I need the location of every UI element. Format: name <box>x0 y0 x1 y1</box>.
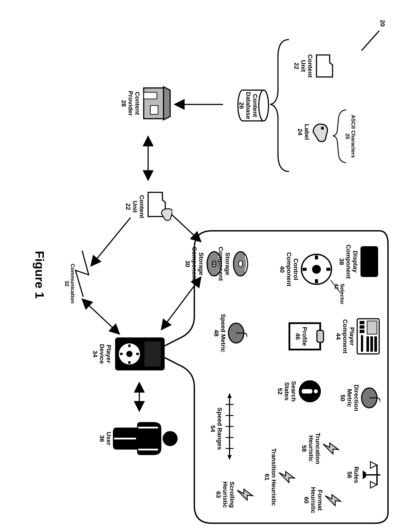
text: Truncation Heuristic <box>308 433 321 464</box>
svg-rect-21 <box>120 353 123 355</box>
ref-num: 40 <box>279 266 286 272</box>
text: Scrolling Heuristic <box>222 481 235 508</box>
figure-caption: Figure 1 <box>33 231 47 319</box>
ref-num: 63 <box>215 491 222 498</box>
user: User36 <box>98 413 179 464</box>
svg-rect-34 <box>315 279 318 283</box>
content-database: Content Database26 <box>238 79 269 132</box>
svg-rect-26 <box>138 427 158 428</box>
text: Format Heuristic <box>310 487 324 513</box>
player-device: Player Device34 <box>92 330 166 378</box>
svg-rect-32 <box>303 268 307 271</box>
text: Rules <box>353 467 360 483</box>
ref-num: 26 <box>238 102 245 109</box>
disc-icon <box>232 251 249 277</box>
svg-rect-22 <box>128 344 131 347</box>
svg-point-24 <box>163 431 178 446</box>
speed-ranges: Speed Ranges 54 <box>209 400 223 457</box>
text: Control Component <box>286 252 299 286</box>
ref-num: 34 <box>92 350 98 357</box>
svg-rect-33 <box>315 255 318 260</box>
text: Direction Metric <box>346 385 360 411</box>
lightning-icon <box>322 439 340 458</box>
svg-point-30 <box>312 265 321 274</box>
profile: Profile46 <box>294 314 324 358</box>
folder-icon <box>314 53 335 79</box>
transition-heuristic: Transition Heuristic61 <box>263 437 295 517</box>
ref-num: 32 <box>64 281 70 287</box>
ref-num: 54 <box>209 425 216 432</box>
text: Storage Component <box>217 247 231 281</box>
text: Content Provider <box>127 91 141 116</box>
ref-num: 50 <box>339 394 346 401</box>
ref-num: 52 <box>277 388 283 395</box>
store-icon <box>142 85 172 122</box>
svg-rect-28 <box>360 246 378 277</box>
svg-rect-47 <box>317 330 324 342</box>
content-provider: Content Provider28 <box>120 75 172 132</box>
svg-rect-41 <box>366 336 369 352</box>
media-player-icon <box>356 318 380 355</box>
text: Display Component <box>345 244 359 279</box>
text: Label <box>303 124 310 140</box>
svg-point-19 <box>126 351 132 357</box>
truncation-heuristic: Truncation Heuristic58 <box>301 424 340 473</box>
mouse-icon <box>227 320 247 346</box>
text: Content Unit <box>300 54 314 78</box>
scales-icon <box>360 461 382 489</box>
figure-ref: 20 <box>379 20 386 27</box>
ref-num: 25 <box>345 133 351 139</box>
svg-rect-40 <box>370 336 373 352</box>
ref-num: 44 <box>335 333 342 340</box>
svg-rect-54 <box>302 389 312 393</box>
text: ASCII Characters <box>350 115 356 158</box>
text: Transition Heuristic <box>270 448 277 506</box>
ref-num: 28 <box>120 100 127 107</box>
svg-marker-2 <box>227 455 232 459</box>
ref-num: 46 <box>294 333 301 340</box>
text: Search States <box>283 381 297 401</box>
direction-metric: Direction Metric50 <box>339 374 380 422</box>
display-component: Display Component38 <box>338 236 379 287</box>
storage-component-2: Storage Component30 <box>211 237 249 290</box>
ref-num: 61 <box>264 474 270 480</box>
info-icon <box>298 379 322 403</box>
lightning-icon <box>324 490 342 510</box>
svg-rect-39 <box>374 336 377 352</box>
svg-rect-45 <box>361 335 363 352</box>
label-node: Label24 <box>296 110 331 154</box>
ref-num: 38 <box>338 258 345 265</box>
click-wheel-icon <box>300 253 333 286</box>
svg-rect-12 <box>144 92 157 99</box>
ref-num: 24 <box>297 128 303 135</box>
text: Communication <box>70 264 76 303</box>
text: Player Device <box>98 344 112 364</box>
ref-num: 58 <box>301 445 308 452</box>
ascii-characters-label: ASCII Characters 25 <box>344 106 356 167</box>
svg-point-8 <box>321 127 324 130</box>
svg-rect-44 <box>360 330 365 333</box>
svg-point-10 <box>259 90 268 121</box>
svg-rect-13 <box>150 106 158 114</box>
content-unit-2: Content Unit22 <box>125 183 172 231</box>
svg-rect-20 <box>136 353 139 355</box>
person-icon <box>113 417 179 461</box>
svg-rect-31 <box>326 268 330 271</box>
lightning-icon <box>236 485 254 505</box>
svg-rect-17 <box>144 342 161 367</box>
text: Content Database <box>245 92 259 119</box>
ref-num: 48 <box>213 329 220 336</box>
ref-num: 56 <box>346 471 353 478</box>
text: Speed Metric <box>220 314 227 352</box>
content-unit: Content Unit22 <box>293 44 335 88</box>
ref-num: 42 <box>334 284 340 290</box>
text: Profile <box>301 327 308 346</box>
ref-num: 22 <box>125 203 132 210</box>
ref-num: 30 <box>211 260 217 267</box>
ref-num: 60 <box>303 497 310 503</box>
search-states: Search States52 <box>277 369 322 413</box>
svg-marker-1 <box>227 393 232 398</box>
mp3-player-icon <box>113 335 166 373</box>
svg-rect-42 <box>360 321 365 324</box>
tag-icon <box>311 120 331 144</box>
